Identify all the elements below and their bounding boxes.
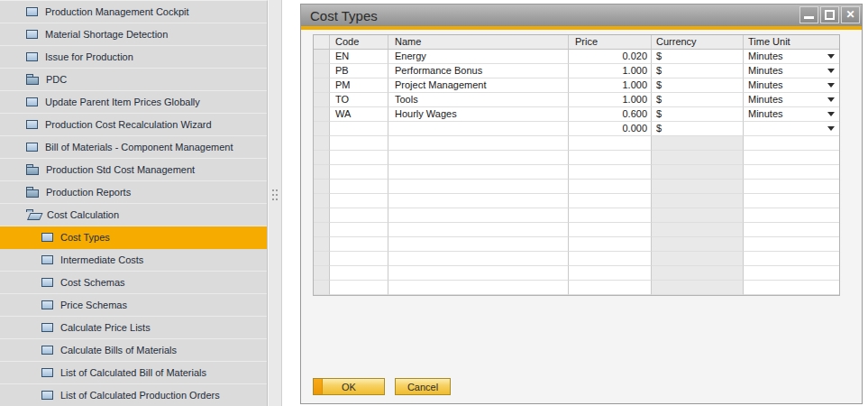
cell-code[interactable] xyxy=(330,165,388,180)
cell-price[interactable] xyxy=(569,180,652,194)
sidebar-item[interactable]: Cost Types xyxy=(0,226,267,249)
sidebar-item[interactable]: List of Calculated Bill of Materials xyxy=(0,362,267,384)
row-selector[interactable] xyxy=(314,136,330,151)
cell-code[interactable] xyxy=(330,194,388,208)
row-selector[interactable] xyxy=(314,165,330,180)
cell-price[interactable] xyxy=(569,136,652,151)
maximize-button[interactable] xyxy=(820,6,839,23)
cell-price[interactable] xyxy=(569,194,652,208)
sidebar-item[interactable]: Update Parent Item Prices Globally xyxy=(0,91,267,114)
cell-time-unit[interactable]: Minutes xyxy=(744,50,839,64)
cell-price[interactable]: 1.000 xyxy=(569,93,652,107)
cell-name[interactable] xyxy=(388,252,569,266)
ok-button[interactable]: OK xyxy=(313,378,385,395)
sidebar-item[interactable]: List of Calculated Production Orders xyxy=(0,384,267,406)
cell-code[interactable] xyxy=(330,266,388,281)
cell-code[interactable] xyxy=(330,237,388,252)
cell-time-unit[interactable] xyxy=(744,208,839,223)
cell-name[interactable] xyxy=(388,281,569,295)
cell-code[interactable]: PB xyxy=(330,64,388,78)
row-selector[interactable] xyxy=(314,223,330,237)
cell-time-unit[interactable] xyxy=(744,223,839,237)
cell-code[interactable]: TO xyxy=(330,93,388,107)
cell-currency[interactable]: $ xyxy=(652,107,744,122)
sidebar-item[interactable]: Intermediate Costs xyxy=(0,249,267,272)
cell-name[interactable]: Project Management xyxy=(388,78,569,93)
cell-code[interactable] xyxy=(330,136,388,151)
sidebar-item[interactable]: Calculate Bills of Materials xyxy=(0,339,267,362)
row-selector[interactable] xyxy=(314,107,330,122)
cell-name[interactable]: Energy xyxy=(388,50,569,64)
cell-currency[interactable]: $ xyxy=(652,93,744,107)
cell-currency[interactable]: $ xyxy=(652,64,744,78)
row-selector[interactable] xyxy=(314,252,330,266)
cell-time-unit[interactable]: Minutes xyxy=(744,107,839,122)
cell-price[interactable]: 0.600 xyxy=(569,107,652,122)
cell-time-unit[interactable]: Minutes xyxy=(744,93,839,107)
cell-name[interactable] xyxy=(388,122,569,136)
row-selector[interactable] xyxy=(314,266,330,281)
sidebar-item[interactable]: Cost Schemas xyxy=(0,272,267,294)
sidebar-item[interactable]: Production Management Cockpit xyxy=(0,1,267,23)
row-selector[interactable] xyxy=(314,180,330,194)
cell-time-unit[interactable] xyxy=(744,180,839,194)
cell-price[interactable]: 1.000 xyxy=(569,78,652,93)
cell-code[interactable] xyxy=(330,252,388,266)
cell-time-unit[interactable] xyxy=(744,194,839,208)
cell-price[interactable] xyxy=(569,151,652,165)
cell-time-unit[interactable] xyxy=(744,266,839,281)
cell-name[interactable] xyxy=(388,136,569,151)
cell-code[interactable] xyxy=(330,180,388,194)
sidebar-item[interactable]: Calculate Price Lists xyxy=(0,317,267,339)
splitter-grip-icon[interactable] xyxy=(272,189,279,201)
sidebar-item[interactable]: Cost Calculation xyxy=(0,204,267,226)
sidebar-item[interactable]: Bill of Materials - Component Management xyxy=(0,136,267,159)
cell-name[interactable] xyxy=(388,180,569,194)
cell-code[interactable] xyxy=(330,281,388,295)
cell-price[interactable] xyxy=(569,237,652,252)
cell-price[interactable]: 1.000 xyxy=(569,64,652,78)
cell-time-unit[interactable] xyxy=(744,122,839,136)
cell-time-unit[interactable] xyxy=(744,252,839,266)
row-selector[interactable] xyxy=(314,208,330,223)
cell-code[interactable]: EN xyxy=(330,50,388,64)
cell-price[interactable] xyxy=(569,165,652,180)
row-selector[interactable] xyxy=(314,194,330,208)
row-selector[interactable] xyxy=(314,237,330,252)
cell-time-unit[interactable] xyxy=(744,281,839,295)
cell-currency[interactable]: $ xyxy=(652,122,744,136)
dropdown-arrow-icon[interactable] xyxy=(827,126,835,131)
row-selector[interactable] xyxy=(314,78,330,93)
sidebar-item[interactable]: Price Schemas xyxy=(0,294,267,317)
sidebar-item[interactable]: Production Reports xyxy=(0,181,267,204)
cell-time-unit[interactable]: Minutes xyxy=(744,64,839,78)
cell-time-unit[interactable] xyxy=(744,151,839,165)
cell-time-unit[interactable]: Minutes xyxy=(744,78,839,93)
cell-price[interactable] xyxy=(569,208,652,223)
minimize-button[interactable] xyxy=(799,6,818,23)
cell-name[interactable] xyxy=(388,237,569,252)
cell-currency[interactable]: $ xyxy=(652,50,744,64)
row-selector[interactable] xyxy=(314,93,330,107)
header-price[interactable]: Price xyxy=(569,35,652,50)
sidebar-item[interactable]: PDC xyxy=(0,69,267,91)
cell-time-unit[interactable] xyxy=(744,165,839,180)
cell-name[interactable] xyxy=(388,223,569,237)
cancel-button[interactable]: Cancel xyxy=(395,378,451,395)
cell-price[interactable]: 0.000 xyxy=(569,122,652,136)
cell-name[interactable] xyxy=(388,208,569,223)
cell-name[interactable]: Tools xyxy=(388,93,569,107)
sidebar-splitter[interactable] xyxy=(268,0,282,406)
sidebar-item[interactable]: Production Std Cost Management xyxy=(0,159,267,181)
cell-code[interactable] xyxy=(330,223,388,237)
sidebar-item[interactable]: Issue for Production xyxy=(0,46,267,69)
cell-currency[interactable]: $ xyxy=(652,78,744,93)
cell-name[interactable]: Hourly Wages xyxy=(388,107,569,122)
dropdown-arrow-icon[interactable] xyxy=(827,54,835,59)
dropdown-arrow-icon[interactable] xyxy=(827,112,835,116)
cell-time-unit[interactable] xyxy=(744,136,839,151)
sidebar-item[interactable]: Material Shortage Detection xyxy=(0,23,267,46)
dropdown-arrow-icon[interactable] xyxy=(827,83,835,88)
cell-price[interactable] xyxy=(569,223,652,237)
cell-price[interactable]: 0.020 xyxy=(569,50,652,64)
